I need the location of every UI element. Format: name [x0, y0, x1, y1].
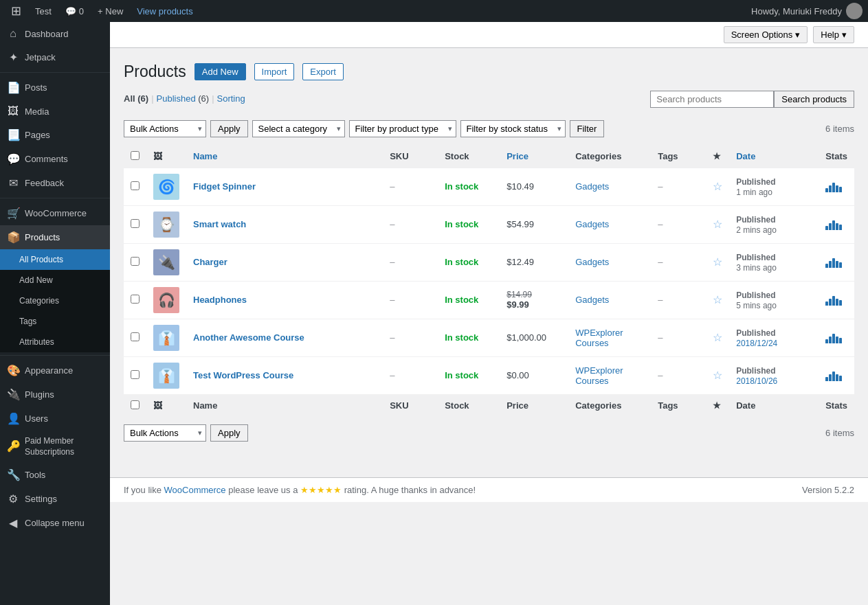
tf-name: Name — [186, 394, 383, 417]
product-name-link[interactable]: Smart watch — [193, 219, 246, 229]
bulk-actions-bottom-select[interactable]: Bulk Actions — [124, 424, 206, 442]
row-stock-cell: In stock — [438, 205, 500, 243]
product-name-link[interactable]: Charger — [193, 257, 227, 267]
sidebar-item-pages[interactable]: 📃 Pages — [0, 123, 110, 147]
row-checkbox[interactable] — [131, 332, 140, 341]
sidebar-item-posts[interactable]: 📄 Posts — [0, 76, 110, 100]
th-price[interactable]: Price — [500, 146, 568, 168]
add-new-button[interactable]: Add New — [194, 63, 246, 80]
sidebar-item-appearance[interactable]: 🎨 Appearance — [0, 358, 110, 383]
row-checkbox[interactable] — [131, 295, 140, 304]
stats-chart-icon[interactable] — [825, 332, 847, 343]
row-checkbox[interactable] — [131, 370, 140, 379]
select-all-checkbox[interactable] — [131, 151, 140, 160]
sort-price-link[interactable]: Price — [507, 151, 528, 161]
user-menu[interactable]: Howdy, Muriuki Freddy — [751, 3, 863, 19]
sidebar-item-dashboard[interactable]: ⌂ Dashboard — [0, 22, 110, 45]
apply-bottom-button[interactable]: Apply — [210, 424, 248, 442]
tf-stock: Stock — [438, 394, 500, 417]
row-checkbox[interactable] — [131, 257, 140, 266]
filter-button[interactable]: Filter — [570, 120, 605, 137]
wp-logo[interactable]: ⊞ — [5, 0, 27, 22]
date-link[interactable]: 2018/12/24 — [736, 339, 777, 348]
sidebar-item-feedback[interactable]: ✉ Feedback — [0, 171, 110, 195]
row-stock-cell: In stock — [438, 168, 500, 205]
sidebar-item-comments[interactable]: 💬 Comments — [0, 147, 110, 171]
category-link[interactable]: Gadgets — [575, 257, 609, 267]
search-input[interactable] — [650, 91, 774, 108]
stats-chart-icon[interactable] — [825, 219, 847, 230]
sidebar-item-plugins[interactable]: 🔌 Plugins — [0, 383, 110, 407]
sidebar-item-jetpack[interactable]: ✦ Jetpack — [0, 45, 110, 69]
featured-star[interactable]: ☆ — [713, 332, 722, 343]
filter-product-type-select[interactable]: Filter by product type — [349, 120, 456, 137]
th-date[interactable]: Date — [729, 146, 819, 168]
sidebar: ⌂ Dashboard ✦ Jetpack 📄 Posts 🖼 Media 📃 … — [0, 22, 110, 605]
featured-star[interactable]: ☆ — [713, 181, 722, 192]
sidebar-item-woocommerce[interactable]: 🛒 WooCommerce — [0, 201, 110, 225]
tab-all[interactable]: All (6) — [124, 93, 148, 104]
search-button[interactable]: Search products — [774, 91, 854, 108]
sidebar-item-tools[interactable]: 🔧 Tools — [0, 463, 110, 487]
sidebar-item-attributes[interactable]: Attributes — [0, 332, 110, 352]
bulk-actions-top-select[interactable]: Bulk Actions — [124, 120, 206, 137]
tab-sorting[interactable]: Sorting — [217, 93, 245, 104]
featured-star[interactable]: ☆ — [713, 256, 722, 268]
category-link[interactable]: WPExplorer Courses — [575, 328, 623, 348]
screen-options-button[interactable]: Screen Options ▾ — [724, 26, 808, 43]
sidebar-item-users[interactable]: 👤 Users — [0, 407, 110, 431]
category-link[interactable]: Gadgets — [575, 295, 609, 305]
featured-star[interactable]: ☆ — [713, 294, 722, 306]
featured-star[interactable]: ☆ — [713, 218, 722, 230]
sidebar-item-settings[interactable]: ⚙ Settings — [0, 487, 110, 511]
sidebar-item-tags[interactable]: Tags — [0, 311, 110, 332]
sort-name-link[interactable]: Name — [193, 151, 217, 161]
row-tags-cell: – — [651, 243, 706, 281]
tf-thumb: 🖼 — [146, 394, 186, 417]
sidebar-item-all-products[interactable]: All Products — [0, 249, 110, 270]
table-header-row: 🖼 Name SKU Stock Price Categories Tags ★… — [124, 146, 854, 168]
site-name[interactable]: Test — [30, 0, 57, 22]
sidebar-item-label: Dashboard — [25, 29, 69, 39]
row-checkbox[interactable] — [131, 219, 140, 228]
stats-chart-icon[interactable] — [825, 370, 847, 381]
sidebar-item-label: Users — [25, 413, 48, 424]
featured-star[interactable]: ☆ — [713, 369, 722, 381]
apply-top-button[interactable]: Apply — [210, 120, 248, 137]
select-all-checkbox-bottom[interactable] — [131, 400, 140, 409]
sidebar-item-collapse[interactable]: ◀ Collapse menu — [0, 511, 110, 535]
help-button[interactable]: Help ▾ — [813, 26, 854, 43]
woocommerce-footer-link[interactable]: WooCommerce — [164, 485, 226, 495]
select-category-wrap: Select a category — [252, 120, 345, 137]
export-button[interactable]: Export — [302, 63, 344, 80]
category-link[interactable]: Gadgets — [575, 219, 609, 229]
new-content-link[interactable]: + New — [92, 0, 129, 22]
tab-published[interactable]: Published (6) — [157, 93, 210, 104]
stats-chart-icon[interactable] — [825, 181, 847, 192]
product-name-link[interactable]: Fidget Spinner — [193, 181, 256, 192]
sidebar-item-add-new[interactable]: Add New — [0, 270, 110, 290]
view-products-link[interactable]: View products — [131, 0, 198, 22]
select-category-select[interactable]: Select a category — [252, 120, 345, 137]
stats-chart-icon[interactable] — [825, 257, 847, 268]
product-name-link[interactable]: Test WordPress Course — [193, 370, 293, 380]
sidebar-item-paid-member[interactable]: 🔑 Paid Member Subscriptions — [0, 431, 110, 463]
th-name[interactable]: Name — [186, 146, 383, 168]
row-category-cell: Gadgets — [568, 168, 651, 205]
import-button[interactable]: Import — [254, 63, 295, 80]
date-link[interactable]: 2018/10/26 — [736, 376, 777, 386]
comments-link[interactable]: 💬 0 — [60, 0, 89, 22]
product-name-link[interactable]: Headphones — [193, 295, 247, 305]
sidebar-item-categories[interactable]: Categories — [0, 290, 110, 311]
sidebar-item-media[interactable]: 🖼 Media — [0, 100, 110, 123]
filter-stock-select[interactable]: Filter by stock status — [460, 120, 566, 137]
sidebar-item-products[interactable]: 📦 Products — [0, 225, 110, 249]
product-name-link[interactable]: Another Awesome Course — [193, 332, 304, 343]
category-link[interactable]: Gadgets — [575, 181, 609, 192]
category-link[interactable]: WPExplorer Courses — [575, 365, 623, 386]
row-checkbox[interactable] — [131, 181, 140, 190]
stats-chart-icon[interactable] — [825, 295, 847, 306]
row-featured-cell: ☆ — [706, 356, 729, 394]
tf-tags: Tags — [651, 394, 706, 417]
sort-date-link[interactable]: Date — [736, 151, 755, 161]
